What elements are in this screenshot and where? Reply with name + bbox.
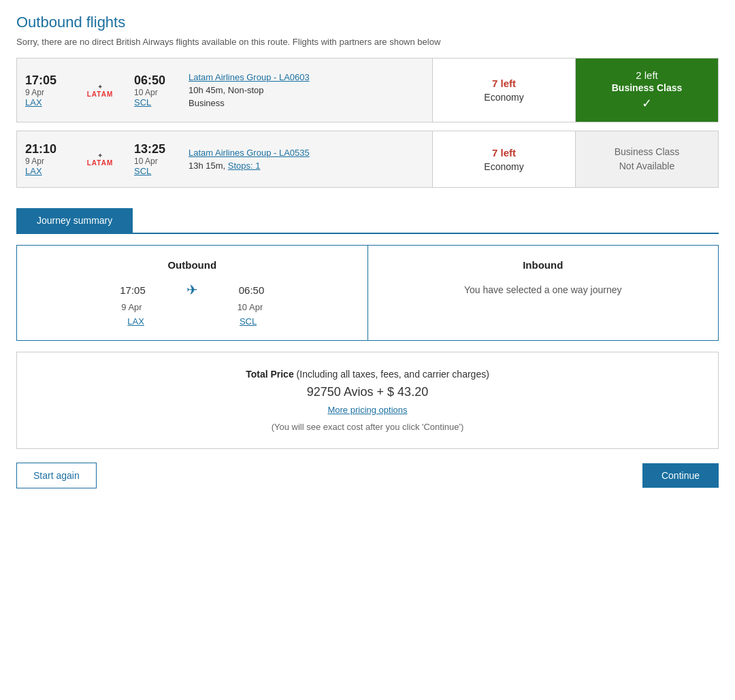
flight-2-stops-link[interactable]: Stops: 1: [228, 161, 261, 171]
flight-info-1: 17:05 9 Apr LAX ✦ LATAM 06:50 10 Apr SCL…: [17, 59, 432, 122]
price-label-bold: Total Price: [246, 369, 294, 380]
flight-1-economy-count: 7 left: [492, 78, 516, 89]
flight-1-seat-options: 7 left Economy 2 left Business Class ✓: [432, 59, 718, 122]
journey-outbound-airports: LAX SCL: [33, 316, 351, 327]
latam-logo-text: LATAM: [87, 90, 114, 98]
flight-2-depart-date: 9 Apr: [25, 156, 66, 166]
flight-1-business-label: Business Class: [612, 82, 683, 93]
journey-outbound-times: 17:05 ✈ 06:50: [33, 282, 351, 298]
flight-1-business-box[interactable]: 2 left Business Class ✓: [575, 59, 718, 122]
journey-inbound-title: Inbound: [385, 259, 702, 271]
continue-button[interactable]: Continue: [642, 463, 719, 488]
page-title: Outbound flights: [16, 14, 719, 31]
journey-outbound-arrive-time: 06:50: [239, 284, 265, 296]
flight-2-arrive-airport[interactable]: SCL: [134, 166, 175, 176]
journey-tab-bar: Journey summary: [16, 208, 719, 234]
bottom-buttons: Start again Continue: [16, 463, 719, 488]
flight-2-arrive-date: 10 Apr: [134, 156, 175, 166]
flight-2-economy-count: 7 left: [492, 147, 516, 159]
flight-1-arrival: 06:50 10 Apr SCL: [134, 73, 175, 107]
journey-panels: Outbound 17:05 ✈ 06:50 9 Apr 10 Apr LAX …: [16, 245, 719, 341]
flight-1-airline-link[interactable]: Latam Airlines Group - LA0603: [189, 72, 424, 82]
latam-bird-icon-2: ✦: [97, 152, 103, 159]
flight-2-arrive-time: 13:25: [134, 142, 175, 156]
flight-1-depart-date: 9 Apr: [25, 88, 66, 97]
flight-2-depart-airport[interactable]: LAX: [25, 166, 66, 176]
journey-outbound-depart-time: 17:05: [120, 284, 146, 296]
journey-outbound-panel: Outbound 17:05 ✈ 06:50 9 Apr 10 Apr LAX …: [17, 246, 368, 340]
price-value: 92750 Avios + $ 43.20: [33, 385, 702, 399]
flight-1-economy-box[interactable]: 7 left Economy: [432, 59, 575, 122]
flight-2-details: Latam Airlines Group - LA0535 13h 15m, S…: [189, 148, 424, 171]
price-label: Total Price (Including all taxes, fees, …: [33, 369, 702, 380]
flight-1-details: Latam Airlines Group - LA0603 10h 45m, N…: [189, 72, 424, 108]
flight-1-depart-airport[interactable]: LAX: [25, 97, 66, 107]
flight-1-arrive-airport[interactable]: SCL: [134, 97, 175, 107]
flight-info-2: 21:10 9 Apr LAX ✦ LATAM 13:25 10 Apr SCL…: [17, 131, 432, 187]
flight-2-seat-options: 7 left Economy Business ClassNot Availab…: [432, 131, 718, 187]
flight-1-arrive-time: 06:50: [134, 73, 175, 88]
flight-1-duration: 10h 45m, Non-stop: [189, 85, 424, 95]
plane-icon: ✈: [186, 282, 198, 298]
journey-outbound-depart-date: 9 Apr: [121, 302, 142, 312]
flight-2-depart-time: 21:10: [25, 142, 66, 156]
start-again-button[interactable]: Start again: [16, 463, 97, 488]
flight-2-airline-link[interactable]: Latam Airlines Group - LA0535: [189, 148, 424, 158]
flight-2-business-box: Business ClassNot Available: [575, 131, 718, 187]
flight-2-economy-label: Economy: [484, 161, 523, 172]
journey-outbound-arrive-airport[interactable]: SCL: [240, 316, 257, 327]
journey-inbound-panel: Inbound You have selected a one way jour…: [368, 246, 719, 340]
flight-1-business-count: 2 left: [636, 69, 658, 81]
flight-1-selected-checkmark: ✓: [642, 96, 652, 111]
flight-2-economy-box[interactable]: 7 left Economy: [432, 131, 575, 187]
journey-summary-section: Journey summary Outbound 17:05 ✈ 06:50 9…: [16, 208, 719, 488]
latam-bird-icon: ✦: [97, 83, 103, 90]
price-label-rest: (Including all taxes, fees, and carrier …: [294, 369, 489, 380]
flight-2-business-unavailable: Business ClassNot Available: [615, 145, 680, 173]
flight-1-economy-label: Economy: [484, 92, 523, 103]
journey-outbound-depart-airport[interactable]: LAX: [127, 316, 144, 327]
flight-card-2: 21:10 9 Apr LAX ✦ LATAM 13:25 10 Apr SCL…: [16, 131, 719, 188]
journey-outbound-arrive-date: 10 Apr: [238, 302, 263, 312]
flight-1-airline-logo: ✦ LATAM: [80, 83, 120, 98]
flight-1-class: Business: [189, 98, 424, 108]
flight-1-depart-time: 17:05: [25, 73, 66, 88]
flight-1-arrive-date: 10 Apr: [134, 88, 175, 97]
flight-card-1: 17:05 9 Apr LAX ✦ LATAM 06:50 10 Apr SCL…: [16, 58, 719, 122]
flight-1-departure: 17:05 9 Apr LAX: [25, 73, 66, 107]
page-subtitle: Sorry, there are no direct British Airwa…: [16, 37, 719, 47]
flight-2-arrival: 13:25 10 Apr SCL: [134, 142, 175, 176]
latam-logo-text-2: LATAM: [87, 159, 114, 167]
more-pricing-options-link[interactable]: More pricing options: [33, 405, 702, 415]
journey-outbound-dates: 9 Apr 10 Apr: [33, 302, 351, 312]
price-box: Total Price (Including all taxes, fees, …: [16, 352, 719, 449]
journey-inbound-message: You have selected a one way journey: [385, 284, 702, 295]
journey-summary-tab[interactable]: Journey summary: [16, 208, 133, 233]
price-note: (You will see exact cost after you click…: [33, 422, 702, 432]
flight-2-duration: 13h 15m, Stops: 1: [189, 161, 424, 171]
flight-2-departure: 21:10 9 Apr LAX: [25, 142, 66, 176]
journey-outbound-title: Outbound: [33, 259, 351, 271]
flight-2-airline-logo: ✦ LATAM: [80, 152, 120, 167]
